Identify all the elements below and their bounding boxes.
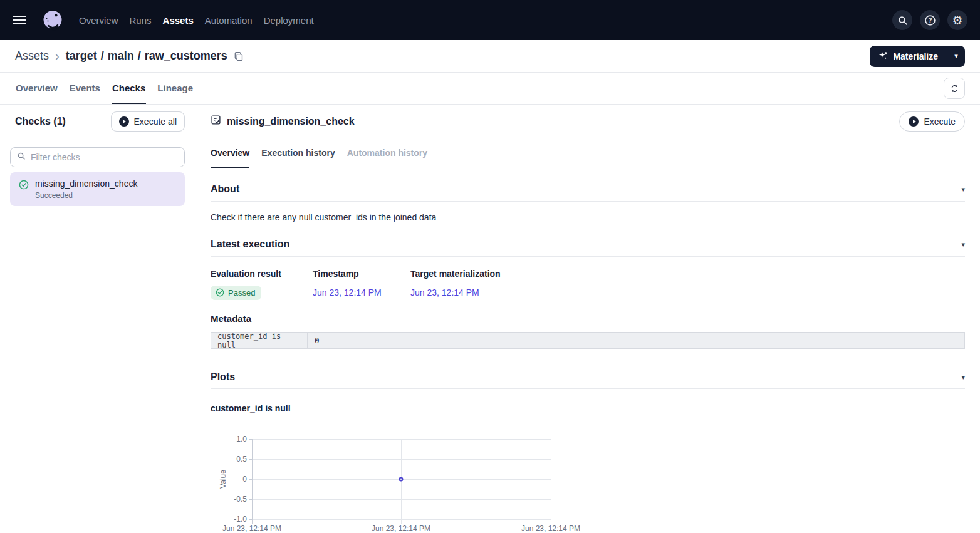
collapse-caret-icon[interactable]: ▾ bbox=[961, 186, 965, 193]
data-point bbox=[399, 477, 404, 482]
asset-check-icon bbox=[211, 115, 221, 128]
y-tick: -1.0 bbox=[223, 515, 247, 524]
materialize-button[interactable]: Materialize bbox=[870, 46, 947, 67]
target-materialization-link[interactable]: Jun 23, 12:14 PM bbox=[410, 287, 965, 298]
metadata-table: customer_id is null 0 bbox=[211, 332, 965, 349]
about-heading: About bbox=[211, 183, 239, 195]
execute-button[interactable]: Execute bbox=[899, 111, 965, 132]
execution-values-row: Passed Jun 23, 12:14 PM Jun 23, 12:14 PM bbox=[211, 285, 965, 300]
sidebar-header: Checks (1) Execute all bbox=[0, 105, 195, 138]
execute-label: Execute bbox=[924, 116, 956, 127]
nav-item-assets[interactable]: Assets bbox=[163, 11, 194, 29]
x-tick: Jun 23, 12:14 PM bbox=[521, 524, 580, 532]
about-section-header: About ▾ bbox=[211, 183, 965, 195]
check-item-text: missing_dimension_check Succeeded bbox=[35, 179, 137, 200]
check-detail-header: missing_dimension_check Execute bbox=[195, 105, 980, 138]
tab-execution-history[interactable]: Execution history bbox=[261, 138, 335, 168]
value-scatter-chart: Value 1.0 0.5 0 -0.5 -1.0 bbox=[211, 434, 965, 532]
materialize-label: Materialize bbox=[893, 51, 938, 61]
y-axis-line bbox=[252, 439, 253, 524]
hamburger-menu-icon[interactable] bbox=[13, 16, 26, 24]
settings-gear-icon[interactable]: ⚙ bbox=[947, 10, 967, 30]
tab-overview[interactable]: Overview bbox=[15, 73, 58, 104]
check-success-icon bbox=[216, 288, 224, 297]
svg-text:?: ? bbox=[928, 17, 932, 24]
checks-sidebar: Checks (1) Execute all missing bbox=[0, 105, 195, 532]
tab-automation-history: Automation history bbox=[347, 138, 427, 168]
timestamp-link[interactable]: Jun 23, 12:14 PM bbox=[313, 287, 410, 298]
nav-item-runs[interactable]: Runs bbox=[130, 11, 152, 29]
top-navbar: Overview Runs Assets Automation Deployme… bbox=[0, 0, 980, 40]
execute-all-button[interactable]: Execute all bbox=[111, 111, 185, 132]
materialize-dropdown-caret[interactable]: ▾ bbox=[947, 46, 965, 67]
section-divider bbox=[211, 388, 965, 389]
plot-area bbox=[252, 439, 551, 519]
breadcrumb-row: Assets › target / main / raw_customers M… bbox=[0, 40, 980, 73]
nav-item-automation[interactable]: Automation bbox=[205, 11, 253, 29]
check-detail-body: About ▾ Check if there are any null cust… bbox=[195, 168, 980, 532]
chevron-right-icon: › bbox=[55, 49, 60, 63]
check-list-item[interactable]: missing_dimension_check Succeeded bbox=[10, 172, 185, 206]
sparkle-icon bbox=[878, 51, 888, 62]
check-title: missing_dimension_check bbox=[227, 116, 355, 127]
latest-execution-section-header: Latest execution ▾ bbox=[211, 238, 965, 251]
check-item-name: missing_dimension_check bbox=[35, 179, 137, 189]
tab-check-overview[interactable]: Overview bbox=[211, 138, 249, 168]
plots-section-header: Plots ▾ bbox=[211, 371, 965, 383]
tab-events[interactable]: Events bbox=[69, 73, 101, 104]
x-tick: Jun 23, 12:14 PM bbox=[372, 524, 430, 532]
execute-all-label: Execute all bbox=[134, 116, 177, 127]
content-area: Checks (1) Execute all missing bbox=[0, 105, 980, 532]
breadcrumb-segment-target[interactable]: target bbox=[66, 49, 97, 63]
check-item-status: Succeeded bbox=[35, 191, 137, 200]
play-icon bbox=[119, 116, 129, 127]
breadcrumb-asset-name: raw_customers bbox=[145, 49, 227, 63]
y-tick: -0.5 bbox=[223, 495, 247, 504]
passed-label: Passed bbox=[228, 288, 255, 298]
metadata-value: 0 bbox=[308, 333, 964, 348]
nav-icon-group: ? ⚙ bbox=[892, 10, 967, 30]
tab-lineage[interactable]: Lineage bbox=[157, 73, 194, 104]
tab-checks[interactable]: Checks bbox=[112, 73, 146, 104]
search-icon bbox=[17, 152, 26, 163]
passed-status-badge: Passed bbox=[211, 286, 261, 300]
filter-checks-box bbox=[10, 147, 185, 167]
check-detail-panel: missing_dimension_check Execute Overview… bbox=[195, 105, 980, 532]
check-description: Check if there are any null customer_ids… bbox=[211, 212, 965, 223]
col-timestamp: Timestamp bbox=[313, 269, 410, 279]
help-icon[interactable]: ? bbox=[920, 10, 940, 30]
collapse-caret-icon[interactable]: ▾ bbox=[961, 374, 965, 381]
copy-icon[interactable] bbox=[234, 51, 244, 61]
breadcrumb-segment-main[interactable]: main bbox=[108, 49, 134, 63]
x-tick: Jun 23, 12:14 PM bbox=[222, 524, 281, 532]
materialize-split-button: Materialize ▾ bbox=[870, 46, 965, 67]
collapse-caret-icon[interactable]: ▾ bbox=[961, 241, 965, 248]
metadata-key: customer_id is null bbox=[211, 333, 308, 348]
col-evaluation-result: Evaluation result bbox=[211, 269, 313, 279]
section-divider bbox=[211, 201, 965, 202]
y-tick: 0.5 bbox=[223, 455, 247, 463]
section-divider bbox=[211, 256, 965, 257]
plots-heading: Plots bbox=[211, 371, 235, 383]
checks-count-title: Checks (1) bbox=[15, 116, 66, 127]
breadcrumb-separator: / bbox=[138, 49, 141, 63]
asset-tabs: Overview Events Checks Lineage bbox=[0, 73, 980, 105]
nav-item-overview[interactable]: Overview bbox=[79, 11, 118, 29]
dagster-logo-icon[interactable] bbox=[40, 8, 65, 33]
search-icon[interactable] bbox=[892, 10, 912, 30]
y-tick: 0 bbox=[223, 475, 247, 484]
check-detail-tabs: Overview Execution history Automation hi… bbox=[195, 138, 980, 168]
nav-item-deployment[interactable]: Deployment bbox=[264, 11, 314, 29]
play-icon bbox=[909, 116, 919, 127]
refresh-button[interactable] bbox=[944, 78, 965, 99]
primary-nav: Overview Runs Assets Automation Deployme… bbox=[79, 11, 314, 29]
filter-checks-input[interactable] bbox=[31, 152, 178, 162]
latest-execution-heading: Latest execution bbox=[211, 238, 289, 251]
breadcrumb-assets-link[interactable]: Assets bbox=[15, 49, 49, 63]
plot-title: customer_id is null bbox=[211, 403, 965, 414]
metadata-heading: Metadata bbox=[211, 313, 965, 324]
y-tick: 1.0 bbox=[223, 435, 247, 443]
breadcrumb-separator: / bbox=[101, 49, 104, 63]
execution-column-headers: Evaluation result Timestamp Target mater… bbox=[211, 269, 965, 279]
col-target-materialization: Target materialization bbox=[410, 269, 965, 279]
